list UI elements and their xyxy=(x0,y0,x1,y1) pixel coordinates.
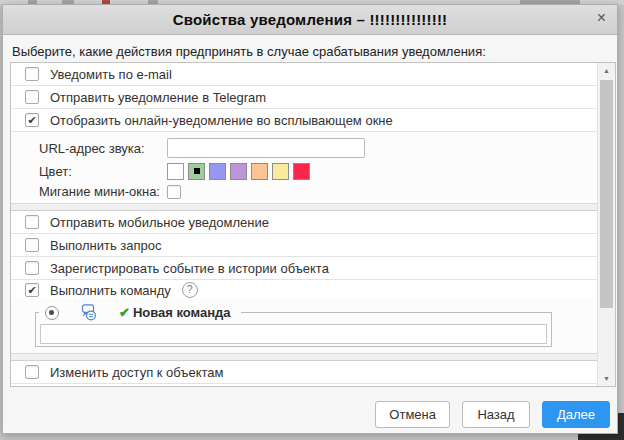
action-label: Зарегистрировать событие в истории объек… xyxy=(50,261,329,276)
action-label: Отправить мобильное уведомление xyxy=(50,215,269,230)
blink-row: Мигание мини-окна: xyxy=(39,183,598,200)
scrollbar-thumb[interactable] xyxy=(600,80,613,308)
close-icon[interactable]: × xyxy=(597,10,606,26)
green-check-icon: ✔ xyxy=(119,305,130,320)
actions-list: Уведомить по e-mail Отправить уведомлени… xyxy=(10,62,616,387)
action-label: Выполнить команду xyxy=(50,283,171,298)
action-label: Отобразить онлайн-уведомление во всплыва… xyxy=(50,113,393,128)
section-separator xyxy=(11,203,598,211)
checkmark-icon: ✔ xyxy=(27,285,36,296)
command-value-box[interactable] xyxy=(40,324,547,344)
action-row-set-counter[interactable]: Установить значение счетчика xyxy=(11,384,598,386)
action-row-request[interactable]: Выполнить запрос xyxy=(11,234,598,257)
checkbox-history-event[interactable] xyxy=(25,261,39,275)
blink-label: Мигание мини-окна: xyxy=(39,184,167,199)
action-label: Уведомить по e-mail xyxy=(50,67,172,82)
scroll-up-icon[interactable]: ▲ xyxy=(598,63,615,78)
command-flowchart-icon xyxy=(79,304,99,321)
color-row: Цвет: xyxy=(39,160,598,182)
checkbox-telegram[interactable] xyxy=(25,90,39,104)
scroll-down-icon[interactable]: ▼ xyxy=(598,371,615,386)
popup-settings-panel: URL-адрес звука: Цвет: Мигание мини-окна… xyxy=(11,132,598,200)
notification-properties-dialog: Свойства уведомления – !!!!!!!!!!!!!!! ×… xyxy=(2,4,618,434)
checkbox-change-access[interactable] xyxy=(25,365,39,379)
color-swatches xyxy=(167,163,310,180)
checkmark-icon: ✔ xyxy=(27,115,36,126)
action-row-online-popup[interactable]: ✔ Отобразить онлайн-уведомление во всплы… xyxy=(11,109,598,132)
action-row-change-access[interactable]: Изменить доступ к объектам xyxy=(11,361,598,384)
checkbox-email[interactable] xyxy=(25,67,39,81)
color-swatch-6[interactable] xyxy=(293,163,310,180)
color-swatch-3[interactable] xyxy=(230,163,247,180)
color-label: Цвет: xyxy=(39,164,167,179)
sound-url-input[interactable] xyxy=(167,138,365,158)
section-separator xyxy=(11,353,598,361)
action-row-run-command[interactable]: ✔ Выполнить команду ? xyxy=(11,280,598,298)
instruction-text: Выберите, какие действия предпринять в с… xyxy=(12,44,607,59)
color-swatch-4[interactable] xyxy=(251,163,268,180)
actions-list-rows: Уведомить по e-mail Отправить уведомлени… xyxy=(11,63,598,386)
back-button[interactable]: Назад xyxy=(462,401,530,428)
command-group-legend: ✔ Новая команда xyxy=(39,304,241,321)
command-name[interactable]: ✔ Новая команда xyxy=(119,305,231,320)
checkbox-mobile[interactable] xyxy=(25,215,39,229)
sound-url-row: URL-адрес звука: xyxy=(39,137,598,159)
command-settings-panel: ✔ Новая команда xyxy=(11,298,598,353)
action-label: Изменить доступ к объектам xyxy=(50,365,224,380)
action-row-email[interactable]: Уведомить по e-mail xyxy=(11,63,598,86)
checkbox-online-popup[interactable]: ✔ xyxy=(25,113,39,127)
sound-url-label: URL-адрес звука: xyxy=(39,141,167,156)
command-name-label: Новая команда xyxy=(133,305,231,320)
next-button[interactable]: Далее xyxy=(542,401,610,428)
checkbox-blink[interactable] xyxy=(167,185,181,199)
checkbox-run-command[interactable]: ✔ xyxy=(25,283,39,297)
color-swatch-2[interactable] xyxy=(209,163,226,180)
dialog-title: Свойства уведомления – !!!!!!!!!!!!!!! xyxy=(173,11,448,28)
action-row-history-event[interactable]: Зарегистрировать событие в истории объек… xyxy=(11,257,598,280)
action-label: Отправить уведомление в Telegram xyxy=(50,90,266,105)
cancel-button[interactable]: Отмена xyxy=(375,401,450,428)
color-swatch-1[interactable] xyxy=(188,163,205,180)
color-swatch-0[interactable] xyxy=(167,163,184,180)
dialog-titlebar: Свойства уведомления – !!!!!!!!!!!!!!! × xyxy=(3,5,617,35)
dialog-footer: Отмена Назад Далее xyxy=(375,401,610,428)
action-row-telegram[interactable]: Отправить уведомление в Telegram xyxy=(11,86,598,109)
command-radio[interactable] xyxy=(45,306,59,320)
checkbox-request[interactable] xyxy=(25,238,39,252)
action-row-mobile[interactable]: Отправить мобильное уведомление xyxy=(11,211,598,234)
help-icon[interactable]: ? xyxy=(182,282,198,298)
action-label: Выполнить запрос xyxy=(50,238,162,253)
command-group: ✔ Новая команда xyxy=(35,312,552,347)
list-scrollbar[interactable]: ▲ ▼ xyxy=(597,63,615,386)
color-swatch-5[interactable] xyxy=(272,163,289,180)
